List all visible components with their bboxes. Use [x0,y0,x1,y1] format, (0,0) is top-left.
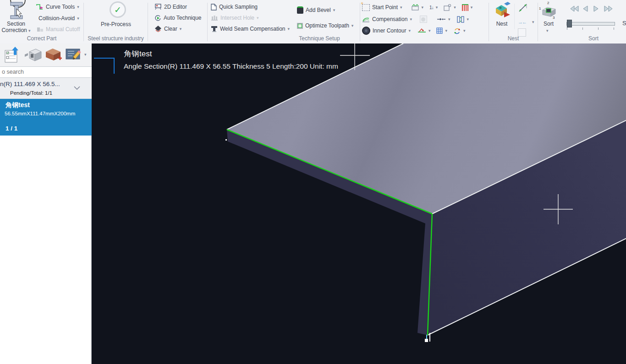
nest-button[interactable]: Nest [489,21,515,27]
group-separator [360,3,360,41]
sort-speed-slider[interactable] [566,22,615,26]
micro-joint-icon[interactable] [462,4,468,11]
pre-process-icon [110,1,126,18]
start-point-icon[interactable] [362,4,370,11]
dropdown-arrow-icon[interactable] [448,17,450,22]
curve-tools-button[interactable]: Curve Tools [36,2,79,11]
step-back-button[interactable] [582,5,588,12]
inner-contour-icon[interactable] [362,27,370,35]
group-label-technique-setup: Technique Setup [274,35,365,42]
add-bevel-button[interactable]: Add Bevel [297,5,335,15]
search-row [0,66,92,78]
edit-technique-button[interactable] [65,47,82,62]
dropdown-arrow-icon[interactable] [454,5,456,10]
transform-rotate-icon[interactable] [453,27,461,34]
sort-seq-3: 3 [553,16,555,20]
curve-tools-icon [36,4,44,11]
collision-avoid-button[interactable]: Collision-Avoid [38,14,79,23]
dropdown-arrow-icon[interactable] [84,53,87,57]
kerf-circle-icon[interactable] [420,16,427,23]
2d-editor-icon [154,4,162,10]
dropdown-arrow-icon[interactable] [471,5,473,10]
group-label-correct-part: Correct Part [0,35,83,42]
optimize-toolpath-icon [297,23,303,29]
nest-icon [493,2,511,18]
model-corner-dot [225,139,227,141]
sort-button[interactable]: Sort [538,21,559,27]
group-label-steel: Steel structure industry [84,35,148,42]
lead-line-icon[interactable] [411,4,419,11]
part-list-header[interactable]: n(R) 111.469 X 56.5... Pending/Total: 1/… [0,78,92,99]
pre-process-button[interactable]: Pre-Process [84,21,148,27]
dropdown-arrow-icon[interactable] [546,29,549,33]
slider-tick [614,27,614,30]
viewport-part-name: 角钢test [124,49,152,59]
mini-separator [514,4,515,29]
dropdown-arrow-icon[interactable] [445,29,447,33]
add-material-button[interactable] [45,47,62,62]
weld-seam-icon [211,26,218,32]
dropdown-arrow-icon[interactable] [410,17,412,22]
inner-contour-label[interactable]: Inner Contour [373,27,406,34]
annotation-leader-line [94,58,114,74]
dropdown-arrow-icon [257,16,259,20]
weld-seam-compensation-button[interactable]: Weld Seam Compensation [211,24,290,33]
dropdown-arrow-icon[interactable] [422,5,424,10]
add-bevel-label: Add Bevel [306,7,331,13]
intersect-hole-label: Intersect Hole [220,15,254,21]
search-input[interactable] [1,68,90,76]
part-list-item-selected[interactable]: 角钢test 56.55mmX111.47mmX200mm 1 / 1 [0,99,92,136]
group-separator [148,3,148,41]
collision-avoid-label: Collision-Avoid [38,15,75,22]
clear-button[interactable]: Clear [154,24,181,33]
compensation-label[interactable]: Compensation [372,16,407,22]
slider-tick [598,27,599,30]
start-point-marker [425,339,428,342]
3d-viewport[interactable]: 角钢test Angle Section(R) 111.469 X 56.55 … [92,43,626,364]
sort-button-label: Sort [544,21,554,27]
spacing-icon[interactable] [457,16,464,23]
measure-icon[interactable] [518,3,528,13]
start-point-label[interactable]: Start Point [372,4,398,11]
2d-editor-button[interactable]: 2D Editor [154,2,187,11]
intersect-hole-icon [211,15,218,21]
dropdown-arrow-icon[interactable] [463,29,466,33]
sequence-icon[interactable] [429,5,434,10]
chevron-down-icon[interactable] [73,86,81,90]
clear-label: Clear [164,26,177,32]
weld-seam-label: Weld Seam Compensation [220,26,286,32]
manual-cutoff-label: Manual Cutoff [46,26,80,33]
manual-cutoff-icon [37,27,44,33]
sort-speed-slider-handle[interactable] [567,20,572,27]
dropdown-arrow-icon[interactable] [467,17,469,22]
dropdown-arrow-icon [77,16,79,21]
avoid-path-icon[interactable] [417,28,426,33]
auto-technique-icon [154,15,161,22]
quick-sampling-button[interactable]: Quick Sampling [211,2,258,11]
skip-first-button[interactable] [570,5,579,12]
start-point-row: Start Point [362,3,472,12]
dropdown-arrow-icon[interactable] [408,29,411,33]
manual-cutoff-button[interactable]: Manual Cutoff [37,25,80,34]
export-part-list-button[interactable] [4,46,21,64]
curve-tools-label: Curve Tools [46,4,75,10]
step-forward-button[interactable] [593,5,599,12]
tube-part-button[interactable] [24,48,42,62]
quick-sampling-icon [211,4,217,11]
skip-last-button[interactable] [604,5,613,12]
gap-arrows-icon[interactable] [437,17,446,22]
dropdown-arrow-icon [28,29,31,33]
intersect-hole-button[interactable]: Intersect Hole [211,13,259,22]
array-grid-icon[interactable] [436,27,443,34]
dropdown-arrow-icon[interactable] [428,29,431,33]
section-correction-button[interactable]: Section Correction [0,21,32,33]
corner-loop-icon[interactable] [444,4,451,11]
2d-editor-label: 2D Editor [164,4,187,10]
group-label-nest: Nest [489,35,538,42]
align-button[interactable] [518,17,534,27]
dropdown-arrow-icon[interactable] [400,5,402,10]
auto-technique-button[interactable]: Auto Technique [154,13,202,22]
optimize-toolpath-button[interactable]: Optimize Toolpath [297,21,353,30]
compensation-icon[interactable] [362,16,370,22]
dropdown-arrow-icon[interactable] [436,5,438,10]
